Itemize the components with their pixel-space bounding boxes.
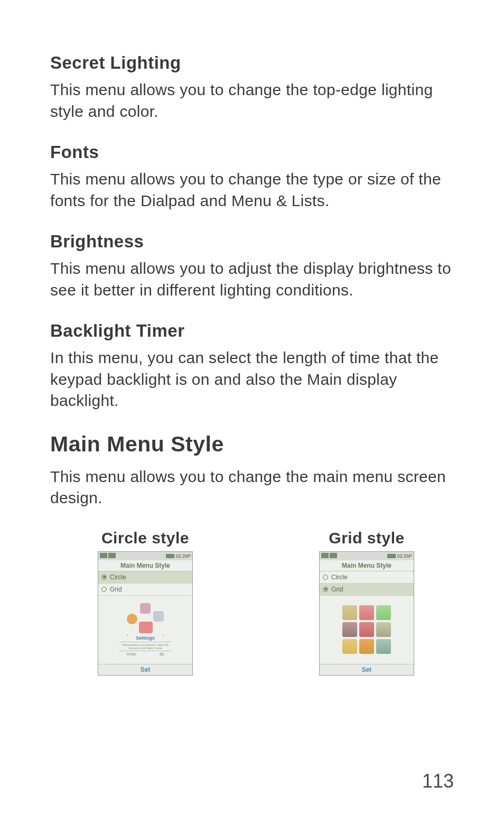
phone-time: 02:28P: [175, 553, 191, 559]
preview-icon: [153, 611, 164, 622]
grid-icon: [342, 639, 357, 654]
radio-selected-icon: [101, 575, 107, 580]
circle-preview: ‹Settings› Personalize your phone, view …: [119, 603, 172, 656]
heading-main-menu-style: Main Menu Style: [50, 432, 456, 457]
circle-icons-cluster: [124, 603, 166, 632]
radio-unselected-icon: [101, 587, 107, 592]
circle-nav-bottom: Order08: [127, 652, 164, 656]
grid-icon: [359, 622, 374, 637]
grid-icon: [376, 639, 391, 654]
grid-preview: [342, 605, 391, 654]
nav-left: Order: [127, 652, 136, 656]
grid-style-label: Grid style: [329, 529, 404, 547]
phone-preview-area: [320, 596, 414, 664]
grid-icon: [359, 605, 374, 620]
phone-screen-title: Main Menu Style: [98, 560, 192, 571]
grid-icon: [376, 605, 391, 620]
preview-icon: [140, 603, 151, 614]
body-brightness: This menu allows you to adjust the displ…: [50, 258, 456, 301]
phone-time: 02:28P: [397, 553, 412, 559]
circle-preview-sub: Personalize your phone, view My Account …: [119, 642, 172, 651]
phone-softkey-set: Set: [98, 664, 192, 675]
grid-style-screenshot: 02:28P Main Menu Style Circle Grid: [319, 551, 414, 676]
nav-right: 08: [160, 652, 164, 656]
circle-preview-label: Settings: [136, 635, 155, 641]
heading-brightness: Brightness: [50, 232, 456, 252]
signal-icon: [100, 553, 107, 558]
circle-style-label: Circle style: [101, 529, 189, 547]
phone-option-circle: Circle: [320, 571, 414, 584]
phone-option-grid-label: Grid: [331, 586, 343, 593]
phone-softkey-set: Set: [320, 664, 414, 675]
radio-selected-icon: [323, 587, 328, 592]
phone-status-bar: 02:28P: [98, 552, 192, 560]
battery-icon: [387, 554, 396, 558]
heading-secret-lighting: Secret Lighting: [50, 53, 456, 73]
signal-icon: [321, 553, 329, 558]
phone-option-circle-label: Circle: [110, 574, 126, 581]
phone-option-circle-label: Circle: [331, 574, 348, 581]
circle-nav-arrows: ‹Settings›: [127, 633, 164, 641]
phone-screen-title: Main Menu Style: [320, 560, 414, 571]
grid-icon: [359, 639, 374, 654]
phone-preview-area: ‹Settings› Personalize your phone, view …: [98, 596, 192, 664]
phone-option-circle: Circle: [98, 571, 192, 584]
phone-option-grid-label: Grid: [110, 586, 122, 593]
page-number: 113: [422, 770, 454, 792]
phone-option-grid: Grid: [98, 584, 192, 596]
battery-icon: [166, 554, 174, 558]
status-icon: [108, 553, 116, 558]
grid-icon: [376, 622, 391, 637]
heading-backlight-timer: Backlight Timer: [50, 321, 456, 341]
circle-style-screenshot: 02:28P Main Menu Style Circle Grid: [98, 551, 193, 676]
body-fonts: This menu allows you to change the type …: [50, 169, 456, 211]
status-icon: [330, 553, 337, 558]
body-main-menu-style: This menu allows you to change the main …: [50, 466, 456, 509]
circle-style-column: Circle style 02:28P Main Menu Style Circ…: [98, 529, 193, 676]
preview-icon: [127, 614, 137, 624]
phone-option-grid: Grid: [320, 584, 414, 596]
grid-icon: [342, 605, 357, 620]
preview-icon: [139, 622, 153, 633]
heading-fonts: Fonts: [50, 142, 456, 162]
grid-style-column: Grid style 02:28P Main Menu Style Circle…: [319, 529, 414, 676]
body-backlight-timer: In this menu, you can select the length …: [50, 347, 456, 412]
body-secret-lighting: This menu allows you to change the top-e…: [50, 79, 456, 122]
phone-status-bar: 02:28P: [320, 552, 414, 560]
styles-row: Circle style 02:28P Main Menu Style Circ…: [50, 529, 456, 676]
radio-unselected-icon: [323, 575, 328, 580]
grid-icon: [342, 622, 357, 637]
